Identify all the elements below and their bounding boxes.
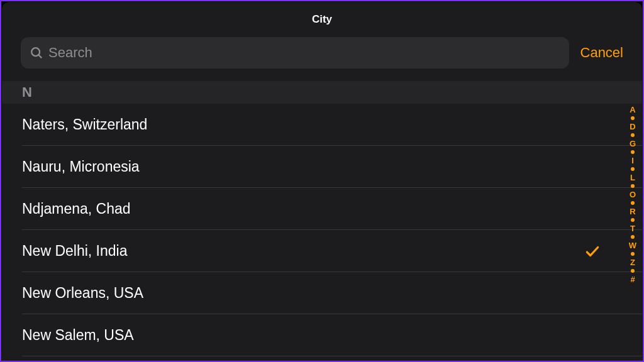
city-name: Nauru, Micronesia	[22, 158, 622, 175]
section-letter: N	[22, 84, 32, 101]
list-item[interactable]: New Orleans, USA	[2, 272, 642, 314]
index-letter[interactable]: A	[630, 105, 635, 114]
index-letter[interactable]: T	[630, 224, 635, 233]
index-dot[interactable]	[631, 167, 635, 171]
page-title: City	[312, 13, 332, 26]
city-picker-sheet: City Cancel N Naters, Switzerland Nauru,…	[2, 2, 642, 362]
list-item[interactable]: New Delhi, India	[2, 230, 642, 272]
cancel-button[interactable]: Cancel	[580, 45, 623, 61]
alphabet-index[interactable]: ADGILORTWZ#	[626, 102, 640, 362]
svg-point-0	[31, 48, 40, 56]
index-dot[interactable]	[631, 201, 635, 205]
header: City	[2, 2, 642, 37]
index-letter[interactable]: W	[629, 241, 636, 250]
search-input[interactable]	[48, 45, 560, 61]
index-dot[interactable]	[631, 133, 635, 137]
list-item[interactable]: Naters, Switzerland	[2, 104, 642, 146]
index-letter[interactable]: I	[631, 156, 634, 165]
index-letter[interactable]: D	[630, 122, 635, 131]
city-name: Naters, Switzerland	[22, 116, 622, 133]
section-header: N	[2, 81, 642, 104]
index-dot[interactable]	[631, 116, 635, 120]
index-letter[interactable]: #	[630, 275, 635, 284]
index-dot[interactable]	[631, 235, 635, 239]
index-dot[interactable]	[631, 269, 635, 273]
index-letter[interactable]: O	[630, 190, 636, 199]
list-item[interactable]: Nauru, Micronesia	[2, 146, 642, 188]
city-name: New Salem, USA	[22, 327, 622, 344]
search-row: Cancel	[2, 37, 642, 81]
index-letter[interactable]: G	[630, 139, 636, 148]
city-name: Ndjamena, Chad	[22, 200, 622, 217]
index-dot[interactable]	[631, 218, 635, 222]
city-name: New Orleans, USA	[22, 285, 622, 302]
svg-line-1	[38, 55, 42, 58]
search-icon	[30, 46, 43, 60]
index-letter[interactable]: L	[630, 173, 635, 182]
list-item[interactable]: Ndjamena, Chad	[2, 188, 642, 230]
index-dot[interactable]	[631, 150, 635, 154]
search-field[interactable]	[21, 37, 569, 69]
checkmark-icon	[584, 243, 601, 260]
city-name: New Delhi, India	[22, 243, 584, 260]
index-dot[interactable]	[631, 184, 635, 188]
city-list: Naters, Switzerland Nauru, Micronesia Nd…	[2, 104, 642, 356]
list-item[interactable]: New Salem, USA	[2, 314, 642, 356]
index-dot[interactable]	[631, 252, 635, 256]
index-letter[interactable]: R	[630, 207, 635, 216]
index-letter[interactable]: Z	[630, 258, 635, 267]
